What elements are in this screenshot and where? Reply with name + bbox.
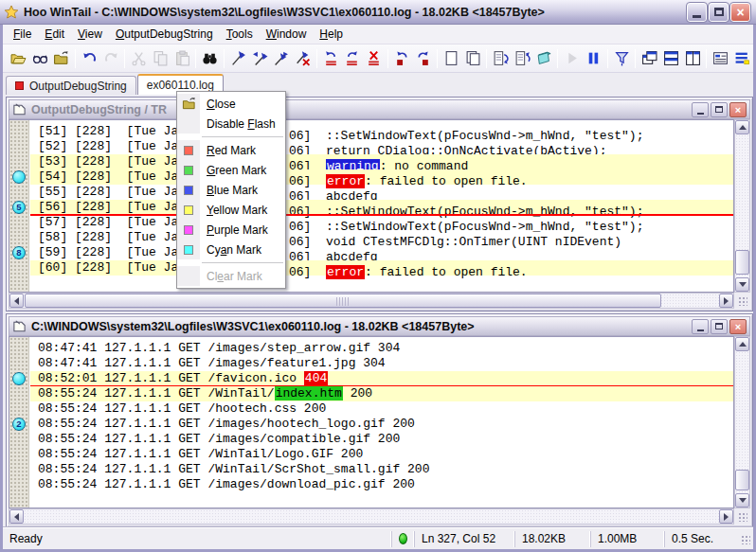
scroll-down-button[interactable] bbox=[735, 277, 749, 292]
new-view-button[interactable] bbox=[441, 47, 462, 69]
menubar-item-edit[interactable]: Edit bbox=[38, 25, 71, 44]
maximize-button[interactable] bbox=[709, 3, 729, 22]
pane2-resize-grip[interactable] bbox=[738, 512, 747, 522]
filter-button[interactable] bbox=[611, 47, 633, 69]
find-button[interactable] bbox=[199, 47, 221, 69]
duplicate-view-button[interactable] bbox=[462, 47, 484, 69]
vscroll-thumb[interactable] bbox=[735, 250, 749, 275]
log-row[interactable]: 08:47:41 127.1.1.1 GET /images/step_arro… bbox=[9, 341, 733, 356]
tab-label: ex060110.log bbox=[147, 79, 214, 92]
window-title: Hoo WinTail - C:\WINDOWS\system32\Logfil… bbox=[24, 6, 687, 19]
jump-start-button[interactable] bbox=[490, 47, 512, 69]
log-row[interactable]: [52] [228] [Tue Jan06] return CDialog::O… bbox=[9, 139, 733, 154]
context-menu-item-blue-mark[interactable]: Blue Mark bbox=[177, 180, 285, 200]
next-flag-button[interactable] bbox=[270, 47, 292, 69]
log-row[interactable]: [58] [228] [Tue Jan06] void CTestMFCDlg:… bbox=[9, 230, 733, 245]
tab-outputdebugstring[interactable]: OutputDebugString bbox=[6, 76, 136, 95]
scroll-right-button[interactable] bbox=[719, 509, 733, 524]
log-row[interactable]: [51] [228] [Tue Jan06] ::SetWindowText(p… bbox=[9, 124, 733, 139]
context-menu-item-cyan-mark[interactable]: Cyan Mark bbox=[177, 240, 285, 259]
notepad-button[interactable] bbox=[533, 47, 555, 69]
hscroll-thumb[interactable] bbox=[25, 294, 661, 308]
log-row[interactable]: [54] [228] [Tue Jan06] error: failed to … bbox=[9, 169, 733, 185]
pane1-resize-grip[interactable] bbox=[738, 296, 747, 306]
context-menu-item-purple-mark[interactable]: Purple Mark bbox=[177, 220, 285, 240]
log-row[interactable]: [57] [228] [Tue Jan06] ::SetWindowText(p… bbox=[9, 215, 733, 230]
prev-red-mark-icon bbox=[394, 50, 410, 66]
pane1-content[interactable]: [51] [228] [Tue Jan06] ::SetWindowText(p… bbox=[9, 119, 734, 293]
log-row[interactable]: 08:55:24 127.1.1.1 GET /hootech.css 200 bbox=[9, 401, 733, 417]
menubar-item-view[interactable]: View bbox=[71, 25, 109, 44]
pane1-vertical-scrollbar[interactable] bbox=[734, 119, 750, 293]
menu-item-label: Close bbox=[200, 98, 236, 111]
log-row[interactable]: 08:47:41 127.1.1.1 GET /images/feature1.… bbox=[9, 356, 733, 371]
pane2-minimize-button[interactable] bbox=[692, 319, 709, 334]
context-menu-item-disable-flash[interactable]: Disable Flash bbox=[177, 114, 285, 134]
scroll-right-button[interactable] bbox=[719, 294, 733, 308]
menubar-item-window[interactable]: Window bbox=[260, 25, 314, 44]
close-file-button[interactable] bbox=[50, 47, 72, 69]
scroll-up-button[interactable] bbox=[735, 120, 749, 134]
scroll-down-button[interactable] bbox=[735, 493, 749, 507]
minimize-button[interactable] bbox=[687, 3, 707, 22]
log-row[interactable]: [60] [228] [Tue Jan06] error: failed to … bbox=[9, 260, 733, 276]
log-row[interactable]: 08:55:24 127.1.1.1 GET /images/download_… bbox=[9, 477, 733, 492]
menu-item-label: Blue Mark bbox=[200, 184, 258, 197]
pane1-horizontal-scrollbar[interactable] bbox=[9, 293, 734, 309]
log-row[interactable]: 08:52:01 127.1.1.1 GET /favicon.ico 404 bbox=[9, 371, 733, 386]
pane2-content[interactable]: 08:47:41 127.1.1.1 GET /images/step_arro… bbox=[9, 336, 734, 508]
watch-file-button[interactable] bbox=[29, 47, 51, 69]
clear-flags-button[interactable] bbox=[292, 47, 314, 69]
pane2-close-button[interactable]: × bbox=[729, 319, 747, 334]
prev-mark-button[interactable] bbox=[320, 47, 342, 69]
scroll-left-button[interactable] bbox=[9, 509, 24, 524]
pane2-maximize-button[interactable] bbox=[711, 319, 728, 334]
log-row[interactable]: 08:55:24 127.1.1.1 GET /WinTail/Logo.GIF… bbox=[9, 447, 733, 462]
clear-marks-icon bbox=[366, 50, 382, 66]
scroll-up-button[interactable] bbox=[735, 337, 749, 351]
highlight-settings-button[interactable] bbox=[731, 47, 753, 69]
log-row[interactable]: 208:55:24 127.1.1.1 GET /images/hootech_… bbox=[9, 417, 733, 432]
context-menu-item-red-mark[interactable]: Red Mark bbox=[177, 140, 285, 160]
options-button[interactable] bbox=[710, 47, 731, 69]
menu-item-label: Cyan Mark bbox=[200, 243, 261, 257]
tile-horizontal-button[interactable] bbox=[660, 47, 682, 69]
next-mark-button[interactable] bbox=[341, 47, 363, 69]
window-resize-grip[interactable] bbox=[738, 531, 753, 547]
pane1-minimize-button[interactable] bbox=[692, 102, 709, 117]
context-menu-item-yellow-mark[interactable]: Yellow Mark bbox=[177, 200, 285, 220]
next-red-mark-button[interactable] bbox=[412, 47, 434, 69]
pane1-maximize-button[interactable] bbox=[711, 102, 728, 117]
log-row[interactable]: [53] [228] [Tue Jan06] warning: no comma… bbox=[9, 154, 733, 169]
log-row[interactable]: 08:55:24 127.1.1.1 GET /WinTail/ScrShot_… bbox=[9, 462, 733, 477]
pane1-close-button[interactable]: × bbox=[729, 102, 747, 117]
log-row[interactable]: 08:55:24 127.1.1.1 GET /WinTail/index.ht… bbox=[9, 386, 733, 401]
context-menu-item-close[interactable]: Close bbox=[177, 94, 285, 114]
menubar-item-file[interactable]: File bbox=[7, 25, 38, 44]
menubar-item-outputdebugstring[interactable]: OutputDebugString bbox=[109, 25, 220, 44]
scroll-left-button[interactable] bbox=[9, 294, 24, 308]
menubar-item-tools[interactable]: Tools bbox=[220, 25, 260, 44]
log-row[interactable]: 8[59] [228] [Tue Jan06] abcdefg bbox=[9, 245, 733, 260]
open-file-button[interactable] bbox=[8, 47, 29, 69]
add-flag-button[interactable] bbox=[227, 47, 249, 69]
vscroll-thumb[interactable] bbox=[735, 470, 749, 490]
jump-end-button[interactable] bbox=[512, 47, 533, 69]
toolbar-separator bbox=[706, 49, 707, 68]
pane2-horizontal-scrollbar[interactable] bbox=[9, 508, 734, 525]
menubar-item-help[interactable]: Help bbox=[313, 25, 350, 44]
log-row[interactable]: 08:55:24 127.1.1.1 GET /images/compatibl… bbox=[9, 432, 733, 447]
context-menu-item-green-mark[interactable]: Green Mark bbox=[177, 160, 285, 180]
cascade-windows-button[interactable] bbox=[639, 47, 660, 69]
prev-flag-button[interactable] bbox=[249, 47, 271, 69]
close-button[interactable]: × bbox=[730, 3, 750, 22]
status-time: 0.5 Sec. bbox=[664, 531, 738, 547]
pane2-vertical-scrollbar[interactable] bbox=[734, 336, 750, 508]
prev-red-mark-button[interactable] bbox=[391, 47, 413, 69]
clear-marks-button[interactable] bbox=[363, 47, 385, 69]
log-row[interactable]: [55] [228] [Tue Jan06] abcdefg bbox=[9, 185, 733, 200]
log-row[interactable]: 5[56] [228] [Tue Jan06] ::SetWindowText(… bbox=[9, 200, 733, 215]
tile-vertical-button[interactable] bbox=[682, 47, 704, 69]
pause-tail-button[interactable] bbox=[583, 47, 604, 69]
undo-button[interactable] bbox=[79, 47, 100, 69]
